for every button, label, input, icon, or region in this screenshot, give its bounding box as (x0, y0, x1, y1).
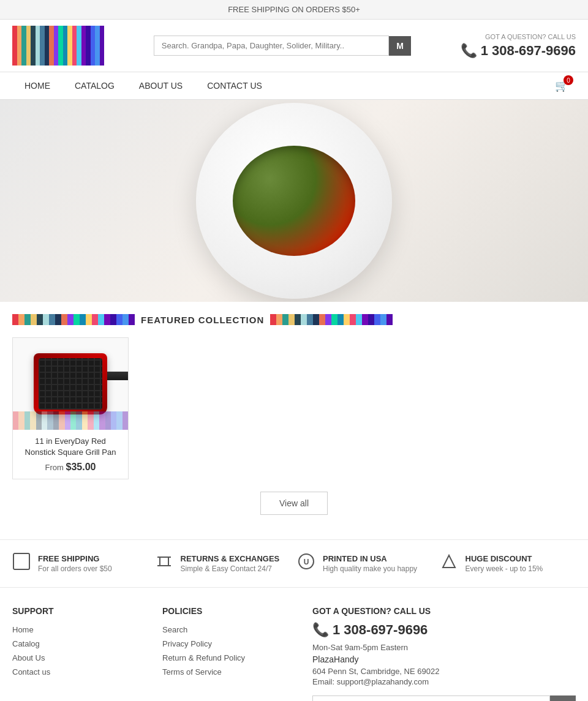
footer-brand: PlazaHandy (312, 654, 576, 664)
phone-number: 1 308-697-9696 (481, 43, 576, 59)
feature-title-0: FREE SHIPPING (38, 554, 112, 563)
footer-policies-title: POLICIES (162, 606, 294, 616)
feature-title-2: PRINTED IN USA (323, 554, 417, 563)
feature-desc-3: Every week - up to 15% (466, 564, 543, 573)
navbar: HOME CATALOG ABOUT US CONTACT US 🛒 0 (0, 72, 588, 100)
featured-header: FEATURED COLLECTION (12, 314, 576, 325)
nav-contact[interactable]: CONTACT US (195, 72, 274, 99)
feature-item-1: RETURNS & EXCHANGES Simple & Easy Contac… (155, 552, 292, 575)
footer-phone: 📞 1 308-697-9696 (312, 622, 576, 638)
cart-button[interactable]: 🛒 0 (548, 73, 576, 99)
footer-address: 604 Penn St, Cambridge, NE 69022 (312, 667, 576, 676)
footer-phone-icon: 📞 (312, 622, 329, 638)
contact-question-label: GOT A QUESTION? CALL US (461, 33, 576, 40)
logo[interactable] (12, 26, 104, 66)
footer-policy-link[interactable]: Terms of Service (162, 667, 294, 677)
top-banner: FREE SHIPPING ON ORDERS $50+ (0, 0, 588, 20)
search-area: M (154, 36, 411, 56)
nav-home[interactable]: HOME (12, 72, 62, 99)
feature-desc-0: For all orders over $50 (38, 564, 112, 573)
hero-section (0, 100, 588, 302)
footer-policy-link[interactable]: Return & Refund Policy (162, 653, 294, 662)
svg-rect-0 (13, 553, 29, 569)
footer-phone-number: 1 308-697-9696 (333, 622, 428, 638)
search-input[interactable] (154, 36, 389, 56)
product-price: $35.00 (66, 462, 96, 472)
products-grid: 11 in EveryDay Red Nonstick Square Grill… (12, 337, 576, 479)
newsletter-input[interactable] (312, 695, 550, 701)
newsletter-row: → (312, 695, 576, 701)
featured-title: FEATURED COLLECTION (141, 315, 264, 325)
feature-icon-2: U (297, 552, 315, 575)
feature-icon-0 (12, 552, 31, 575)
search-button[interactable]: M (389, 36, 411, 56)
svg-text:U: U (304, 558, 309, 566)
header-contact: GOT A QUESTION? CALL US 📞 1 308-697-9696 (461, 33, 576, 59)
footer: SUPPORT HomeCatalogAbout UsContact us PO… (0, 588, 588, 701)
from-label: From (45, 463, 64, 472)
feature-desc-2: High quality make you happy (323, 564, 417, 573)
nav-catalog[interactable]: CATALOG (62, 72, 127, 99)
feature-title-1: RETURNS & EXCHANGES (181, 554, 280, 563)
footer-columns: SUPPORT HomeCatalogAbout UsContact us PO… (12, 606, 576, 701)
feature-item-2: U PRINTED IN USA High quality make you h… (297, 552, 434, 575)
feature-item-0: FREE SHIPPING For all orders over $50 (12, 552, 149, 575)
footer-policy-link[interactable]: Search (162, 625, 294, 634)
hero-plate (196, 103, 392, 299)
footer-support-link[interactable]: Home (12, 625, 144, 634)
view-all-wrap: View all (12, 479, 576, 527)
product-name: 11 in EveryDay Red Nonstick Square Grill… (19, 436, 122, 458)
cart-badge: 0 (564, 75, 573, 85)
featured-section: FEATURED COLLECTION 11 in EveryDay Red N… (0, 302, 588, 539)
feature-item-3: HUGE DISCOUNT Every week - up to 15% (440, 552, 576, 575)
footer-support-link[interactable]: About Us (12, 653, 144, 662)
banner-text: FREE SHIPPING ON ORDERS $50+ (228, 5, 360, 14)
nav-about[interactable]: ABOUT US (127, 72, 195, 99)
footer-email: Email: support@plazahandy.com (312, 677, 576, 686)
footer-policies-col: POLICIES SearchPrivacy PolicyReturn & Re… (162, 606, 294, 701)
feature-title-3: HUGE DISCOUNT (466, 554, 543, 563)
phone-icon: 📞 (461, 43, 477, 59)
footer-contact-title: GOT A QUESTION? CALL US (312, 606, 576, 616)
product-image-area (13, 338, 128, 430)
footer-support-link[interactable]: Catalog (12, 639, 144, 648)
feature-icon-3 (440, 552, 458, 575)
logo-image (12, 26, 104, 66)
feature-desc-1: Simple & Easy Contact 24/7 (181, 564, 280, 573)
footer-hours: Mon-Sat 9am-5pm Eastern (312, 643, 576, 652)
features-bar: FREE SHIPPING For all orders over $50 RE… (0, 539, 588, 588)
product-price-row: From $35.00 (19, 462, 122, 473)
header: M GOT A QUESTION? CALL US 📞 1 308-697-96… (0, 20, 588, 72)
product-info: 11 in EveryDay Red Nonstick Square Grill… (13, 430, 128, 479)
footer-support-title: SUPPORT (12, 606, 144, 616)
product-image (34, 353, 107, 414)
footer-support-col: SUPPORT HomeCatalogAbout UsContact us (12, 606, 144, 701)
header-phone: 📞 1 308-697-9696 (461, 43, 576, 59)
footer-policy-link[interactable]: Privacy Policy (162, 639, 294, 648)
feature-icon-1 (155, 552, 173, 575)
footer-contact-col: GOT A QUESTION? CALL US 📞 1 308-697-9696… (312, 606, 576, 701)
footer-support-link[interactable]: Contact us (12, 667, 144, 677)
newsletter-button[interactable]: → (550, 695, 576, 701)
hero-food (233, 146, 355, 256)
view-all-button[interactable]: View all (260, 492, 328, 515)
product-card[interactable]: 11 in EveryDay Red Nonstick Square Grill… (12, 337, 129, 479)
